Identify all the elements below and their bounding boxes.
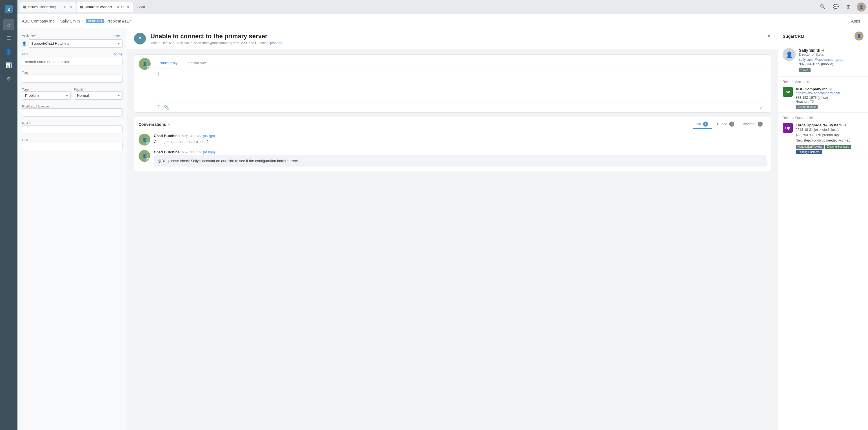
message-1-content: Chad Hutchins May 24 12:36 (assign) Can … xyxy=(154,134,767,145)
crm-account-name-text: ABC Company Inc xyxy=(796,87,828,91)
reply-area: 👤 + Public reply Internal note xyxy=(134,54,771,112)
crm-title: SugarCRM xyxy=(783,34,804,38)
crm-account-tags: Environmental xyxy=(796,105,840,109)
crm-opp-tag-negotiation: Negotiation/Review xyxy=(796,145,824,149)
tab-1[interactable]: Issues Connecting to Server #3 × xyxy=(20,2,76,12)
message-2-header: Chad Hutchins May 03 15:16 (assign) xyxy=(154,150,767,154)
conversations-tabs: All 4 Public 3 Internal 1 xyxy=(693,120,767,129)
last-5-input[interactable]: 3 xyxy=(22,142,123,150)
tab-1-title: Issues Connecting to Server xyxy=(28,5,62,9)
last-5-field: Last 5 3 xyxy=(22,138,123,150)
expand-icon[interactable]: ⤢ xyxy=(759,105,763,110)
internal-note-tab[interactable]: Internal note xyxy=(182,58,211,68)
crm-account-phone: 883-193-1973 (office) xyxy=(796,96,840,100)
sidebar-contacts-icon[interactable]: 👤 xyxy=(3,46,14,57)
crm-opportunity-arrow-icon[interactable]: ➜ xyxy=(843,123,846,127)
apps-button[interactable]: Apps xyxy=(848,17,864,25)
crm-opportunity-icon: Op xyxy=(783,123,793,133)
message-2-author: Chad Hutchins xyxy=(154,150,180,154)
reply-toolbar: T 📎 ⤢ xyxy=(154,102,766,112)
message-2-avatar-badge: + xyxy=(147,158,150,162)
user-avatar[interactable]: 👤 xyxy=(857,3,866,11)
take-it-link[interactable]: take it xyxy=(114,34,123,38)
ticket-change-link[interactable]: (change) xyxy=(270,41,283,45)
crm-opportunity-tags: Negotiation/Review Existing Business Exi… xyxy=(796,145,864,154)
tags-input[interactable] xyxy=(22,74,123,83)
message-2: 👤 + Chad Hutchins May 03 15:16 (assign) xyxy=(138,150,767,167)
priority-select[interactable]: Normal xyxy=(74,92,123,100)
cc-me-link[interactable]: cc me xyxy=(114,52,123,56)
crm-user-avatar[interactable]: 👤 xyxy=(855,32,864,40)
crm-account-arrow-icon[interactable]: ➜ xyxy=(829,87,832,91)
message-1-time: May 24 12:36 xyxy=(182,134,201,138)
priority-field-row: Priority Normal xyxy=(74,87,123,100)
crm-contact-name-text: Sally Smith xyxy=(799,48,820,53)
conv-tab-public[interactable]: Public 3 xyxy=(713,120,738,129)
public-reply-tab[interactable]: Public reply xyxy=(154,58,182,68)
ticket-collapse-arrow[interactable]: ▲ xyxy=(767,33,771,38)
crm-opportunities-section: Related Opportunities: Op Large Upgrade … xyxy=(778,112,868,158)
crm-contact-arrow-icon[interactable]: ➜ xyxy=(821,48,825,53)
crm-account-item: Ac ABC Company Inc ➜ https://www.abccomp… xyxy=(783,87,864,109)
search-icon[interactable]: 🔍 xyxy=(818,2,828,12)
ccs-input[interactable] xyxy=(22,58,123,66)
first-last-license-input[interactable]: 0 xyxy=(22,108,123,117)
conversations-section: Conversations ▾ All 4 Public 3 xyxy=(134,117,771,171)
ticket-author: Sally Smith xyxy=(176,41,192,45)
reply-input-area[interactable] xyxy=(154,68,766,102)
breadcrumb-ticket[interactable]: Problem #117 xyxy=(106,19,131,23)
conv-tab-public-badge: 3 xyxy=(729,122,734,127)
crm-opportunity-close-date: 2018-10-31 (expected close) $23,750.00 (… xyxy=(796,127,864,143)
reply-avatar-badge: + xyxy=(147,66,151,70)
tab-1-close[interactable]: × xyxy=(70,5,72,9)
ccs-label: CCs xyxy=(22,52,28,56)
grid-icon[interactable]: ⊞ xyxy=(844,2,854,12)
ticket-meta-bullet: • xyxy=(173,41,174,45)
conversations-title-row: Conversations ▾ xyxy=(138,122,170,127)
ticket-title: Unable to connect to the primary server xyxy=(150,33,283,40)
sidebar-reports-icon[interactable]: 📊 xyxy=(3,60,14,71)
text-format-icon[interactable]: T xyxy=(157,105,160,110)
breadcrumb-contact[interactable]: Sally Smith xyxy=(60,19,80,23)
tab-2[interactable]: Unable to connect to the ... #117 × xyxy=(76,2,133,12)
conv-tab-internal[interactable]: Internal 1 xyxy=(739,120,767,129)
breadcrumb-sep-2: › xyxy=(82,19,83,23)
breadcrumb-company[interactable]: ABC Company Inc xyxy=(22,19,54,23)
sidebar-home-icon[interactable]: ⌂ xyxy=(3,19,14,30)
crm-accounts-title: Related Accounts: xyxy=(783,80,864,84)
tab-add[interactable]: + Add xyxy=(133,2,148,12)
message-2-content: Chad Hutchins May 03 15:16 (assign) @Bil… xyxy=(154,150,767,167)
type-label: Type xyxy=(22,88,29,91)
assignee-select[interactable]: Support/Chad Hutchins xyxy=(28,39,123,47)
assignee-person-icon: 👤 xyxy=(22,41,27,45)
conv-tab-all-badge: 4 xyxy=(703,122,708,127)
ticket-date: May 03 15:15 xyxy=(150,41,171,45)
message-1-avatar-badge: + xyxy=(147,141,150,145)
reply-user-avatar: 👤 + xyxy=(139,58,151,70)
crm-contact-email[interactable]: sally.smith@abccompany.com xyxy=(799,58,864,62)
crm-contact-info: Sally Smith ➜ Director of Sales sally.sm… xyxy=(799,48,864,72)
tags-label: Tags xyxy=(22,71,28,74)
app-logo[interactable]: Z xyxy=(3,3,14,14)
chat-icon[interactable]: 💬 xyxy=(831,2,840,12)
sidebar-settings-icon[interactable]: ⚙ xyxy=(3,73,14,85)
conversations-header: Conversations ▾ All 4 Public 3 xyxy=(134,117,771,129)
attachment-icon[interactable]: 📎 xyxy=(164,105,169,110)
crm-account-location: Houston, TX xyxy=(796,100,840,104)
conversations-dropdown-icon[interactable]: ▾ xyxy=(168,123,170,126)
sidebar-tickets-icon[interactable]: ☰ xyxy=(3,33,14,44)
type-field-row: Type Problem xyxy=(22,87,71,100)
assignee-field-row: Assignee* take it 👤 Support/Chad Hutchin… xyxy=(22,34,123,47)
crm-account-link[interactable]: https://www.abccompany.com xyxy=(796,91,840,95)
tab-2-close[interactable]: × xyxy=(127,5,129,9)
type-select[interactable]: Problem xyxy=(22,92,71,100)
message-2-assign[interactable]: (assign) xyxy=(203,150,215,154)
first-5-input[interactable]: 0 xyxy=(22,125,123,133)
ccs-field-row: CCs cc me xyxy=(22,52,123,66)
message-2-time: May 03 15:16 xyxy=(182,151,201,154)
crm-contact-section: 👤 Sally Smith ➜ Director of Sales sally.… xyxy=(778,44,868,76)
assignee-label: Assignee* xyxy=(22,34,36,37)
conv-tab-all[interactable]: All 4 xyxy=(693,120,712,129)
messages-container: 👤 + Chad Hutchins May 24 12:36 (assign) xyxy=(134,129,771,171)
message-1-assign[interactable]: (assign) xyxy=(203,134,215,138)
